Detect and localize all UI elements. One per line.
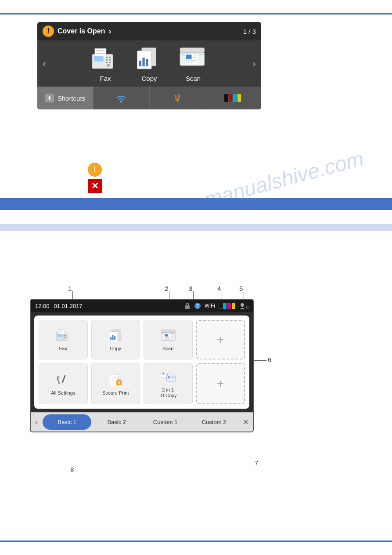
scan-app-item[interactable]: Scan xyxy=(178,45,209,82)
shortcuts-button[interactable]: + Shortcuts xyxy=(37,87,94,109)
scan-home-item[interactable]: Scan xyxy=(144,320,193,359)
copy-app-item[interactable]: Copy xyxy=(134,45,165,82)
tab-nav-left-arrow[interactable]: ‹ xyxy=(31,415,42,430)
svg-rect-58 xyxy=(165,334,168,337)
secure-print-home-item[interactable]: Secure Print xyxy=(91,363,140,404)
all-settings-label: All Settings xyxy=(51,390,75,396)
copy-label: Copy xyxy=(141,75,157,82)
svg-rect-23 xyxy=(186,54,192,59)
tab-edit-icon[interactable]: ✕ xyxy=(238,414,253,430)
status-bar: 12:00 01.01.2017 ? WiFi xyxy=(31,300,253,312)
callout-6-line xyxy=(253,360,266,361)
id-copy-home-item[interactable]: 2 in 1ID Copy xyxy=(144,363,193,404)
blue-band-2 xyxy=(0,224,392,231)
svg-point-72 xyxy=(119,382,120,384)
svg-text:?: ? xyxy=(196,304,199,308)
svg-rect-25 xyxy=(193,57,197,58)
ink-yellow xyxy=(232,303,235,309)
fax-home-item[interactable]: Fax xyxy=(39,320,88,359)
svg-rect-35 xyxy=(185,305,190,309)
svg-rect-59 xyxy=(169,334,171,336)
tab-custom-1[interactable]: Custom 1 xyxy=(141,414,190,430)
help-icon: ? xyxy=(194,302,201,309)
wifi-button[interactable] xyxy=(94,87,150,109)
date-display: 01.01.2017 xyxy=(54,303,83,309)
copy-home-label: Copy xyxy=(110,346,121,352)
copy-home-icon xyxy=(108,327,123,343)
plus-icon-2: + xyxy=(217,377,224,391)
printer-screen-bottom: 12:00 01.01.2017 ? WiFi xyxy=(30,299,254,432)
svg-rect-15 xyxy=(139,61,141,66)
add-shortcut-2[interactable]: + xyxy=(196,363,245,404)
svg-rect-33 xyxy=(233,94,237,102)
plus-icon-1: + xyxy=(217,333,224,347)
all-settings-home-item[interactable]: All Settings xyxy=(39,363,88,404)
chevron-right-icon: › xyxy=(108,27,111,36)
ink-icon xyxy=(224,93,243,103)
app-icons-row: Fax Copy xyxy=(51,45,247,82)
secure-print-home-icon xyxy=(108,372,123,388)
svg-point-28 xyxy=(120,100,122,102)
nav-left-arrow[interactable]: ‹ xyxy=(37,58,51,70)
home-grid: Fax Copy xyxy=(34,316,249,409)
svg-rect-17 xyxy=(146,59,148,66)
svg-rect-31 xyxy=(224,94,228,102)
top-printer-ui: ! Cover is Open › 1 / 3 ‹ xyxy=(37,22,261,109)
svg-rect-53 xyxy=(115,336,116,340)
scan-home-icon xyxy=(160,327,176,343)
error-x-icon: ✕ xyxy=(88,179,102,193)
callout-6: 6 xyxy=(268,356,271,363)
copy-home-item[interactable]: Copy xyxy=(91,320,140,359)
svg-rect-27 xyxy=(186,62,194,63)
svg-rect-5 xyxy=(94,56,103,62)
svg-rect-64 xyxy=(62,375,66,383)
fax-home-label: Fax xyxy=(59,346,67,352)
wifi-icon xyxy=(115,93,128,104)
fax-app-item[interactable]: Fax xyxy=(90,45,121,82)
tab-basic-1[interactable]: Basic 1 xyxy=(43,414,91,430)
svg-point-45 xyxy=(63,335,65,336)
svg-rect-52 xyxy=(112,335,114,341)
svg-point-38 xyxy=(241,303,244,307)
svg-point-8 xyxy=(106,59,108,61)
callout-2: 2 xyxy=(165,285,168,292)
svg-point-74 xyxy=(162,372,164,374)
cover-alert: ! Cover is Open › xyxy=(43,25,111,37)
tools-icon xyxy=(171,92,184,104)
fax-icon xyxy=(90,45,121,71)
ink-button[interactable] xyxy=(205,87,261,109)
time-display: 12:00 xyxy=(35,303,50,309)
copy-icon xyxy=(134,45,165,71)
scan-icon xyxy=(178,45,209,71)
user-settings-icon: ⚙ xyxy=(239,302,248,309)
svg-rect-54 xyxy=(161,330,175,333)
fax-label: Fax xyxy=(100,75,111,82)
warning-icon: ! xyxy=(43,25,54,37)
bottom-printer-ui: 12:00 01.01.2017 ? WiFi xyxy=(30,299,254,432)
svg-point-12 xyxy=(107,64,110,67)
svg-text:⚙: ⚙ xyxy=(246,305,248,309)
svg-rect-62 xyxy=(165,339,169,339)
svg-rect-34 xyxy=(237,94,241,102)
cover-alert-text: Cover is Open xyxy=(58,27,105,35)
svg-rect-78 xyxy=(166,375,175,381)
id-copy-label: 2 in 1ID Copy xyxy=(159,387,177,399)
tools-button[interactable] xyxy=(150,87,206,109)
svg-rect-1 xyxy=(95,49,106,57)
printer-main-area: ‹ xyxy=(37,40,261,87)
top-blue-line xyxy=(0,13,392,15)
tab-bar: ‹ Basic 1 Basic 2 Custom 1 Custom 2 ✕ xyxy=(31,412,253,432)
lock-icon xyxy=(184,302,191,309)
nav-right-arrow[interactable]: › xyxy=(247,58,261,70)
plus-icon: + xyxy=(45,94,54,102)
warning-circle-icon: ! xyxy=(88,163,102,177)
tab-basic-2[interactable]: Basic 2 xyxy=(92,414,141,430)
svg-rect-44 xyxy=(57,334,62,337)
fax-home-icon xyxy=(55,327,71,343)
wifi-label: WiFi xyxy=(205,303,215,309)
svg-rect-61 xyxy=(165,337,171,338)
add-shortcut-1[interactable]: + xyxy=(196,320,245,359)
svg-rect-16 xyxy=(143,58,145,66)
tab-custom-2[interactable]: Custom 2 xyxy=(190,414,238,430)
svg-point-46 xyxy=(65,335,66,336)
